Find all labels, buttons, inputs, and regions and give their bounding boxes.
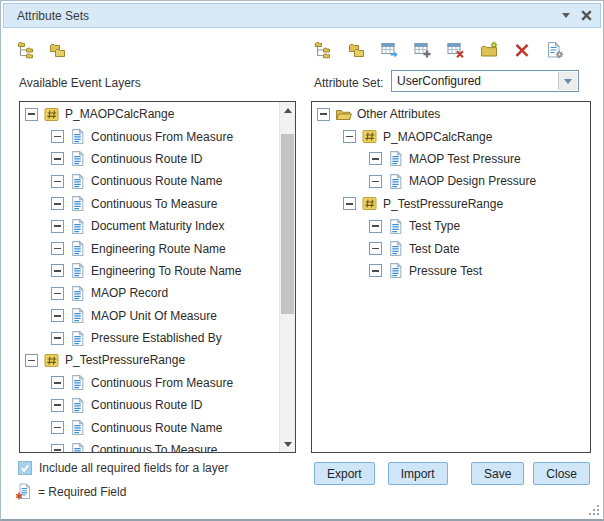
folders-button[interactable]: [49, 41, 67, 59]
layer-tree-button[interactable]: [18, 41, 36, 59]
scroll-thumb[interactable]: [281, 134, 294, 314]
table-remove-button[interactable]: [447, 41, 465, 59]
include-required-checkbox[interactable]: [18, 461, 32, 475]
attribute-set-combobox[interactable]: UserConfigured: [391, 70, 579, 92]
expand-collapse-toggle[interactable]: [343, 197, 356, 210]
field-icon: [69, 397, 86, 414]
tree-item-label: MAOP Record: [91, 286, 168, 300]
tree-item[interactable]: P_MAOPCalcRange: [20, 103, 279, 125]
tree-item[interactable]: Continuous From Measure: [20, 125, 279, 147]
tree-item-label: Engineering To Route Name: [91, 264, 242, 278]
tree-item[interactable]: Test Type: [312, 215, 590, 237]
field-icon: [387, 240, 404, 257]
minus-icon: [54, 203, 61, 205]
close-dialog-button[interactable]: Close: [533, 462, 590, 485]
delete-button[interactable]: [513, 41, 531, 59]
expand-collapse-toggle[interactable]: [369, 220, 382, 233]
tree-item[interactable]: Continuous Route Name: [20, 416, 279, 438]
minus-icon: [54, 293, 61, 295]
expand-collapse-toggle[interactable]: [51, 444, 64, 452]
tree-item[interactable]: Pressure Established By: [20, 327, 279, 349]
tree-item[interactable]: Other Attributes: [312, 103, 590, 125]
expand-collapse-toggle[interactable]: [369, 264, 382, 277]
expand-collapse-toggle[interactable]: [51, 376, 64, 389]
expand-collapse-toggle[interactable]: [51, 220, 64, 233]
tree-item[interactable]: Pressure Test: [312, 260, 590, 282]
tree-item[interactable]: Document Maturity Index: [20, 215, 279, 237]
expand-collapse-toggle[interactable]: [25, 108, 38, 121]
expand-collapse-toggle[interactable]: [317, 108, 330, 121]
tree-item[interactable]: Engineering To Route Name: [20, 260, 279, 282]
tree-item-label: Continuous To Measure: [91, 443, 218, 452]
table-add-button[interactable]: [414, 41, 432, 59]
minus-icon: [54, 181, 61, 183]
expand-collapse-toggle[interactable]: [369, 175, 382, 188]
tree-item[interactable]: MAOP Unit Of Measure: [20, 305, 279, 327]
tree-item[interactable]: MAOP Record: [20, 282, 279, 304]
expand-collapse-toggle[interactable]: [25, 354, 38, 367]
minus-icon: [54, 136, 61, 138]
expand-collapse-toggle[interactable]: [51, 332, 64, 345]
field-icon: [69, 285, 86, 302]
legend-label: = Required Field: [38, 485, 126, 499]
expand-collapse-toggle[interactable]: [369, 242, 382, 255]
tree-item[interactable]: Test Date: [312, 237, 590, 259]
required-field-legend: = Required Field: [15, 483, 126, 501]
tree-item[interactable]: Continuous Route ID: [20, 394, 279, 416]
expand-collapse-toggle[interactable]: [343, 130, 356, 143]
layer-icon: [43, 352, 60, 369]
export-button[interactable]: Export: [314, 462, 375, 485]
attribute-sets-dialog: Attribute Sets Available Event Layers At…: [0, 0, 604, 521]
tree-item[interactable]: P_TestPressureRange: [312, 193, 590, 215]
tree-item-label: Document Maturity Index: [91, 219, 224, 233]
tree-item[interactable]: P_TestPressureRange: [20, 349, 279, 371]
check-icon: [19, 462, 31, 474]
expand-collapse-toggle[interactable]: [51, 309, 64, 322]
resize-grip-icon[interactable]: [587, 503, 600, 516]
folders-button[interactable]: [348, 41, 366, 59]
save-button[interactable]: Save: [471, 462, 524, 485]
layer-tree-button[interactable]: [315, 41, 333, 59]
expand-collapse-toggle[interactable]: [51, 421, 64, 434]
import-button[interactable]: Import: [388, 462, 448, 485]
scroll-down-button[interactable]: [280, 436, 295, 452]
tree-item[interactable]: MAOP Design Pressure: [312, 170, 590, 192]
expand-collapse-toggle[interactable]: [51, 287, 64, 300]
layer-tree-icon: [315, 41, 333, 59]
tree-item[interactable]: Continuous To Measure: [20, 439, 279, 452]
report-button[interactable]: [546, 41, 564, 59]
expand-collapse-toggle[interactable]: [51, 130, 64, 143]
tree-item[interactable]: MAOP Test Pressure: [312, 148, 590, 170]
scroll-up-button[interactable]: [280, 102, 295, 118]
tree-item-label: Continuous Route ID: [91, 152, 202, 166]
expand-collapse-toggle[interactable]: [51, 264, 64, 277]
tree-item[interactable]: P_MAOPCalcRange: [312, 125, 590, 147]
expand-collapse-toggle[interactable]: [51, 242, 64, 255]
layer-icon: [43, 106, 60, 123]
tree-item[interactable]: Continuous To Measure: [20, 193, 279, 215]
layer-icon: [361, 195, 378, 212]
folder-new-button[interactable]: [480, 41, 498, 59]
tree-item-label: MAOP Design Pressure: [409, 174, 536, 188]
expand-collapse-toggle[interactable]: [51, 197, 64, 210]
vertical-scrollbar[interactable]: [279, 102, 295, 452]
tree-item[interactable]: Continuous From Measure: [20, 372, 279, 394]
expand-collapse-toggle[interactable]: [51, 175, 64, 188]
tree-item-label: P_TestPressureRange: [383, 197, 503, 211]
expand-collapse-toggle[interactable]: [51, 399, 64, 412]
expand-collapse-toggle[interactable]: [51, 152, 64, 165]
combobox-dropdown-button[interactable]: [558, 72, 577, 90]
tree-item-label: MAOP Unit Of Measure: [91, 309, 217, 323]
tree-item[interactable]: Continuous Route Name: [20, 170, 279, 192]
close-icon: [581, 10, 592, 21]
attribute-set-tree: Other AttributesP_MAOPCalcRangeMAOP Test…: [312, 103, 590, 452]
close-button[interactable]: [576, 4, 596, 27]
table-export-button[interactable]: [381, 41, 399, 59]
toolbar-left: [18, 41, 67, 59]
expand-collapse-toggle[interactable]: [369, 152, 382, 165]
layer-tree-icon: [18, 41, 36, 59]
tree-item[interactable]: Continuous Route ID: [20, 148, 279, 170]
collapse-button[interactable]: [556, 4, 576, 27]
tree-item[interactable]: Engineering Route Name: [20, 237, 279, 259]
toolbar-right: [315, 41, 564, 59]
